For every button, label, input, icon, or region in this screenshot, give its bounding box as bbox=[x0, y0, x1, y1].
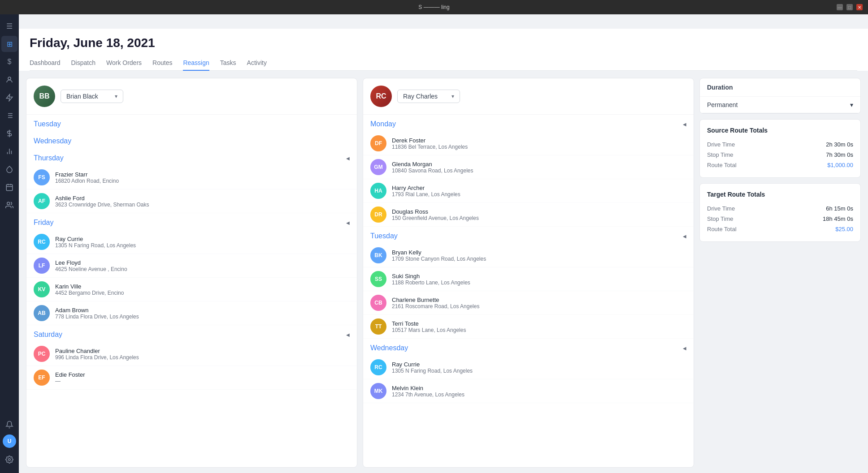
target-driver-name: Ray Charles bbox=[403, 93, 438, 100]
tab-activity[interactable]: Activity bbox=[247, 56, 267, 71]
sidebar-icon-notifications[interactable] bbox=[1, 417, 17, 433]
stop-item[interactable]: DF Derek Foster 11836 Bel Terrace, Los A… bbox=[363, 132, 694, 155]
stop-item[interactable]: CB Charlene Burnette 2161 Roscomare Road… bbox=[363, 291, 694, 315]
tab-reassign[interactable]: Reassign bbox=[183, 56, 209, 71]
sidebar-icon-group[interactable] bbox=[1, 197, 17, 213]
stop-item[interactable]: DR Douglas Ross 150 Greenfield Avenue, L… bbox=[363, 203, 694, 227]
source-route-panel: BB Brian Black ▾ Tuesday Wednesday bbox=[26, 78, 357, 468]
target-wednesday-collapse-icon[interactable]: ◀ bbox=[683, 346, 686, 351]
stop-avatar: RC bbox=[370, 359, 386, 375]
sidebar-icon-list[interactable] bbox=[1, 108, 17, 124]
source-drive-time-row: Drive Time 2h 30m 0s bbox=[707, 139, 853, 150]
stop-item[interactable]: EF Edie Foster — bbox=[26, 366, 357, 390]
source-day-thursday-header[interactable]: Thursday ◀ bbox=[26, 149, 357, 166]
source-driver-dropdown[interactable]: Brian Black ▾ bbox=[61, 90, 123, 103]
source-route-totals-card: Source Route Totals Drive Time 2h 30m 0s… bbox=[699, 119, 861, 178]
source-thursday-collapse-icon[interactable]: ◀ bbox=[346, 156, 350, 161]
stop-item[interactable]: TT Terri Toste 10517 Mars Lane, Los Ange… bbox=[363, 315, 694, 339]
sidebar-icon-dollar[interactable]: $ bbox=[1, 54, 17, 70]
stop-address: 4452 Bergamo Drive, Encino bbox=[55, 290, 350, 296]
stop-name: Douglas Ross bbox=[392, 208, 686, 215]
stop-name: Ashlie Ford bbox=[55, 195, 350, 202]
source-route-scroll[interactable]: Tuesday Wednesday Thursday ◀ bbox=[26, 115, 357, 467]
stop-item[interactable]: RC Ray Currie 1305 N Faring Road, Los An… bbox=[363, 356, 694, 379]
sidebar-icon-dollar2[interactable] bbox=[1, 125, 17, 142]
stop-item[interactable]: SS Suki Singh 1188 Roberto Lane, Los Ang… bbox=[363, 267, 694, 291]
tab-dispatch[interactable]: Dispatch bbox=[71, 56, 95, 71]
stop-item[interactable]: FS Frazier Starr 16820 Adlon Road, Encin… bbox=[26, 166, 357, 189]
minimize-button[interactable]: — bbox=[837, 4, 843, 10]
source-friday-collapse-icon[interactable]: ◀ bbox=[346, 220, 350, 225]
source-driver-name: Brian Black bbox=[66, 93, 98, 100]
page-header: Friday, June 18, 2021 Dashboard Dispatch… bbox=[19, 29, 868, 71]
stop-name: Charlene Burnette bbox=[392, 297, 686, 303]
window-title: S ——— ling bbox=[418, 4, 449, 10]
source-tuesday-label: Tuesday bbox=[34, 120, 61, 128]
tab-workorders[interactable]: Work Orders bbox=[106, 56, 142, 71]
source-stop-time-value: 7h 30m 0s bbox=[826, 151, 853, 158]
sidebar-icon-menu[interactable]: ☰ bbox=[1, 18, 17, 34]
maximize-button[interactable]: □ bbox=[846, 4, 853, 10]
sidebar-icon-settings[interactable] bbox=[1, 452, 17, 468]
source-friday-label: Friday bbox=[34, 219, 53, 227]
stop-info: Ray Currie 1305 N Faring Road, Los Angel… bbox=[392, 361, 686, 374]
stop-address: 996 Linda Flora Drive, Los Angeles bbox=[55, 354, 350, 361]
stop-info: Melvin Klein 1234 7th Avenue, Los Angele… bbox=[392, 385, 686, 398]
duration-dropdown[interactable]: Permanent ▾ bbox=[700, 97, 860, 113]
source-route-header: BB Brian Black ▾ bbox=[26, 78, 357, 115]
stop-info: Suki Singh 1188 Roberto Lane, Los Angele… bbox=[392, 273, 686, 286]
stop-name: Ray Currie bbox=[392, 361, 686, 368]
stop-info: Bryan Kelly 1709 Stone Canyon Road, Los … bbox=[392, 249, 686, 262]
stop-item[interactable]: HA Harry Archer 1793 Rial Lane, Los Ange… bbox=[363, 179, 694, 203]
duration-chevron-icon: ▾ bbox=[850, 101, 853, 108]
sidebar-icon-users[interactable] bbox=[1, 72, 17, 88]
content-area: BB Brian Black ▾ Tuesday Wednesday bbox=[19, 71, 868, 473]
stop-item[interactable]: GM Glenda Morgan 10840 Savona Road, Los … bbox=[363, 155, 694, 179]
target-route-totals-card: Target Route Totals Drive Time 6h 15m 0s… bbox=[699, 183, 861, 242]
target-driver-dropdown[interactable]: Ray Charles ▾ bbox=[397, 90, 460, 103]
stop-item[interactable]: AB Adam Brown 778 Linda Flora Drive, Los… bbox=[26, 301, 357, 325]
tab-tasks[interactable]: Tasks bbox=[220, 56, 236, 71]
stop-item[interactable]: AF Ashlie Ford 3623 Crownridge Drive, Sh… bbox=[26, 189, 357, 213]
source-day-wednesday-header[interactable]: Wednesday bbox=[26, 132, 357, 149]
sidebar-user-avatar[interactable]: U bbox=[3, 434, 16, 448]
stop-item[interactable]: RC Ray Currie 1305 N Faring Road, Los An… bbox=[26, 230, 357, 254]
sidebar-icon-dispatch[interactable] bbox=[1, 90, 17, 106]
stop-address: 16820 Adlon Road, Encino bbox=[55, 178, 350, 184]
source-day-friday-header[interactable]: Friday ◀ bbox=[26, 213, 357, 230]
stop-name: Frazier Starr bbox=[55, 171, 350, 178]
svg-point-17 bbox=[9, 459, 11, 461]
sidebar-icon-dashboard[interactable]: ⊞ bbox=[1, 36, 17, 52]
target-monday-collapse-icon[interactable]: ◀ bbox=[683, 122, 686, 127]
target-day-tuesday: Tuesday ◀ BK Bryan Kelly 1709 Stone Cany… bbox=[363, 227, 694, 339]
stop-info: Ray Currie 1305 N Faring Road, Los Angel… bbox=[55, 236, 350, 249]
target-driver-avatar: RC bbox=[370, 86, 392, 107]
target-day-wednesday-header[interactable]: Wednesday ◀ bbox=[363, 339, 694, 356]
stop-item[interactable]: BK Bryan Kelly 1709 Stone Canyon Road, L… bbox=[363, 244, 694, 267]
stop-name: Edie Foster bbox=[55, 371, 350, 378]
stop-info: Harry Archer 1793 Rial Lane, Los Angeles bbox=[392, 185, 686, 198]
source-day-tuesday-header[interactable]: Tuesday bbox=[26, 115, 357, 132]
stop-info: Pauline Chandler 996 Linda Flora Drive, … bbox=[55, 348, 350, 361]
target-route-scroll[interactable]: Monday ◀ DF Derek Foster 11836 Bel Terra… bbox=[363, 115, 694, 467]
stop-address: 11836 Bel Terrace, Los Angeles bbox=[392, 144, 686, 150]
tab-dashboard[interactable]: Dashboard bbox=[30, 56, 61, 71]
stop-item[interactable]: KV Karin Ville 4452 Bergamo Drive, Encin… bbox=[26, 278, 357, 301]
stop-address: 150 Greenfield Avenue, Los Angeles bbox=[392, 215, 686, 221]
stop-item[interactable]: PC Pauline Chandler 996 Linda Flora Driv… bbox=[26, 342, 357, 366]
stop-address: 10840 Savona Road, Los Angeles bbox=[392, 168, 686, 174]
sidebar-icon-chart[interactable] bbox=[1, 143, 17, 159]
stop-item[interactable]: LF Lee Floyd 4625 Noeline Avenue , Encin… bbox=[26, 254, 357, 278]
stop-info: Edie Foster — bbox=[55, 371, 350, 384]
source-saturday-collapse-icon[interactable]: ◀ bbox=[346, 332, 350, 337]
target-day-monday-header[interactable]: Monday ◀ bbox=[363, 115, 694, 132]
target-day-tuesday-header[interactable]: Tuesday ◀ bbox=[363, 227, 694, 244]
sidebar-icon-drop[interactable] bbox=[1, 161, 17, 177]
stop-name: Glenda Morgan bbox=[392, 161, 686, 168]
target-tuesday-collapse-icon[interactable]: ◀ bbox=[683, 234, 686, 239]
close-button[interactable]: ✕ bbox=[856, 4, 863, 10]
stop-item[interactable]: MK Melvin Klein 1234 7th Avenue, Los Ang… bbox=[363, 379, 694, 403]
source-day-saturday-header[interactable]: Saturday ◀ bbox=[26, 325, 357, 342]
tab-routes[interactable]: Routes bbox=[152, 56, 172, 71]
sidebar-icon-calendar[interactable] bbox=[1, 179, 17, 195]
